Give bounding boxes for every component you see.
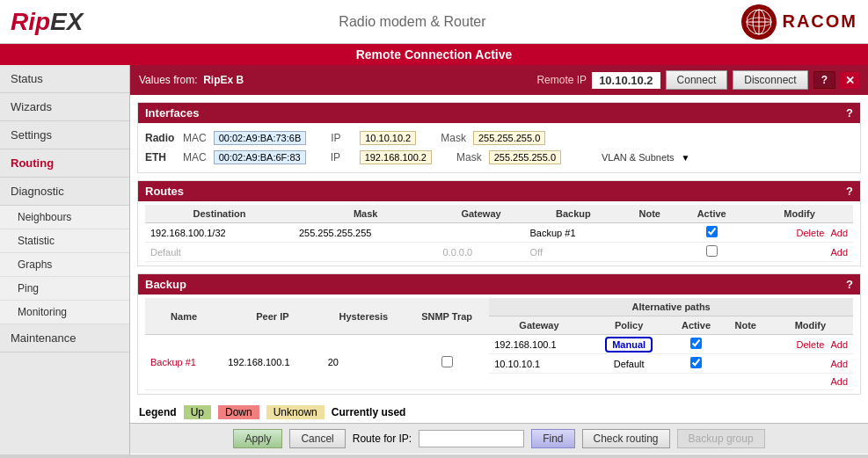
route-add-default-link[interactable]: Add <box>830 247 848 258</box>
backup-peer-ip: 192.168.100.1 <box>222 335 323 390</box>
backup-path-active-2-checkbox[interactable] <box>690 357 702 368</box>
route-gateway <box>438 223 525 243</box>
backup-path-note-2 <box>724 354 768 374</box>
backup-hysteresis: 20 <box>323 335 405 390</box>
backup-path-active-2[interactable] <box>669 354 724 374</box>
route-mask-default <box>294 243 438 262</box>
topbar-help-button[interactable]: ? <box>813 71 835 89</box>
backup-alt-paths-header: Alternative paths <box>489 298 853 316</box>
backup-help[interactable]: ? <box>846 278 853 291</box>
interfaces-help[interactable]: ? <box>846 106 853 120</box>
backup-add-link[interactable]: Add <box>830 376 848 387</box>
sidebar-sub-monitoring[interactable]: Monitoring <box>0 301 129 324</box>
connect-button[interactable]: Connect <box>666 70 728 90</box>
route-for-ip-label: Route for IP: <box>353 433 412 445</box>
backup-path-note-1 <box>724 335 768 354</box>
backup-col-note: Note <box>724 316 768 335</box>
sidebar-item-status[interactable]: Status <box>0 65 129 93</box>
backup-snmp-checkbox[interactable] <box>441 356 453 367</box>
backup-path-policy-2: Default <box>589 354 669 374</box>
backup-path-add-1-link[interactable]: Add <box>830 339 848 350</box>
backup-path-modify-2: Add <box>768 354 853 374</box>
eth-interface-row: ETH MAC 00:02:A9:BA:6F:83 IP 192.168.100… <box>145 148 853 167</box>
manual-policy-badge: Manual <box>605 337 653 353</box>
eth-mask: 255.255.255.0 <box>489 150 561 164</box>
backup-path-add-2-link[interactable]: Add <box>830 359 848 369</box>
main-layout: Status Wizards Settings Routing Diagnost… <box>0 65 868 454</box>
disconnect-button[interactable]: Disconnect <box>733 70 807 90</box>
apply-button[interactable]: Apply <box>233 429 282 448</box>
check-routing-button[interactable]: Check routing <box>582 429 670 448</box>
vlan-subnets-link[interactable]: VLAN & Subnets <box>602 152 675 163</box>
backup-col-policy: Policy <box>589 316 669 335</box>
route-active-checkbox[interactable] <box>706 226 718 237</box>
eth-mac: 00:02:A9:BA:6F:83 <box>214 150 306 164</box>
racom-globe-icon <box>741 4 777 40</box>
backup-col-active: Active <box>669 316 724 335</box>
backup-body: Name Peer IP Hysteresis SNMP Trap Altern… <box>138 294 860 394</box>
legend-down: Down <box>218 405 259 419</box>
legend-up: Up <box>184 405 211 419</box>
interfaces-header: Interfaces ? <box>138 103 860 123</box>
backup-path-gateway-2: 10.10.10.1 <box>489 354 589 374</box>
backup-col-gateway: Gateway <box>489 316 589 335</box>
sidebar-sub-neighbours[interactable]: Neighbours <box>0 206 129 229</box>
backup-col-modify: Modify <box>768 316 853 335</box>
backup-path-active-1-checkbox[interactable] <box>690 338 702 349</box>
sidebar-item-settings[interactable]: Settings <box>0 121 129 149</box>
backup-col-hysteresis: Hysteresis <box>323 298 405 335</box>
sidebar-item-wizards[interactable]: Wizards <box>0 93 129 121</box>
route-backup-default: Off <box>525 243 623 262</box>
backup-col-peer-ip: Peer IP <box>222 298 323 335</box>
cancel-button[interactable]: Cancel <box>289 429 345 448</box>
route-note <box>622 223 677 243</box>
vlan-chevron-icon: ▼ <box>682 153 690 163</box>
racom-text: RACOM <box>782 11 857 32</box>
table-row: Backup #1 192.168.100.1 20 192.168.100.1… <box>145 335 853 354</box>
route-destination: 192.168.100.1/32 <box>145 223 294 243</box>
backup-add-row-link: Add <box>768 374 853 390</box>
legend-row: Legend Up Down Unknown Currently used <box>130 402 868 423</box>
content-area: Values from: RipEx B Remote IP 10.10.10.… <box>130 65 868 454</box>
backup-col-snmp: SNMP Trap <box>405 298 489 335</box>
route-destination-default: Default <box>145 243 294 262</box>
backup-path-gateway-1: 192.168.100.1 <box>489 335 589 354</box>
radio-mac: 00:02:A9:BA:73:6B <box>214 131 307 145</box>
sidebar-item-diagnostic[interactable]: Diagnostic <box>0 178 129 206</box>
routes-help[interactable]: ? <box>846 185 853 198</box>
logo-ripex: RipEX <box>11 8 83 36</box>
route-for-ip-input[interactable] <box>419 430 524 447</box>
header: RipEX Radio modem & Router RACOM <box>0 0 868 44</box>
route-add-link[interactable]: Add <box>830 228 848 238</box>
sidebar-sub-graphs[interactable]: Graphs <box>0 253 129 277</box>
route-active[interactable] <box>677 223 746 243</box>
sidebar-item-routing[interactable]: Routing <box>0 149 129 178</box>
sidebar: Status Wizards Settings Routing Diagnost… <box>0 65 130 454</box>
sidebar-sub-ping[interactable]: Ping <box>0 277 129 301</box>
values-from: Values from: RipEx B <box>139 74 244 86</box>
routes-header: Routes ? <box>138 181 860 201</box>
route-mask: 255.255.255.255 <box>294 223 438 243</box>
backup-col-name: Name <box>145 298 222 335</box>
route-active-default[interactable] <box>677 243 746 262</box>
route-backup: Backup #1 <box>525 223 623 243</box>
backup-table: Name Peer IP Hysteresis SNMP Trap Altern… <box>145 298 853 390</box>
backup-name: Backup #1 <box>145 335 222 390</box>
backup-snmp[interactable] <box>405 335 489 390</box>
radio-ip: 10.10.10.2 <box>360 131 416 145</box>
backup-group-button: Backup group <box>677 429 765 448</box>
legend-unknown: Unknown <box>266 405 325 419</box>
sidebar-item-maintenance[interactable]: Maintenance <box>0 324 129 353</box>
col-modify: Modify <box>746 205 853 223</box>
route-delete-link[interactable]: Delete <box>797 228 825 238</box>
sidebar-sub-statistic[interactable]: Statistic <box>0 229 129 253</box>
find-button[interactable]: Find <box>531 429 574 448</box>
remote-ip-value: 10.10.10.2 <box>592 72 660 89</box>
close-button[interactable]: ✕ <box>841 72 859 89</box>
header-title: Radio modem & Router <box>339 14 485 30</box>
col-gateway: Gateway <box>438 205 525 223</box>
backup-path-delete-1-link[interactable]: Delete <box>797 339 825 350</box>
backup-path-active-1[interactable] <box>669 335 724 354</box>
routes-table: Destination Mask Gateway Backup Note Act… <box>145 205 853 262</box>
route-active-default-checkbox[interactable] <box>706 245 718 257</box>
